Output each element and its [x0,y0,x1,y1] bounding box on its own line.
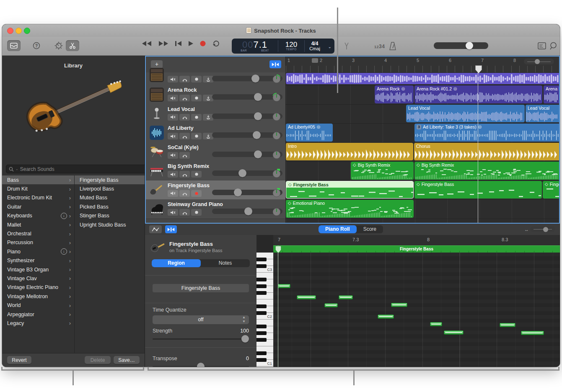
region-arena-rock-01-2[interactable]: Arena Rock #01.2◎ [414,85,542,103]
track-header-socal-kyle[interactable]: SoCal (Kyle) [146,142,285,162]
track-record-button[interactable] [191,133,202,139]
region-big-synth-remix[interactable]: ◇Big Synth Remix [351,162,414,180]
track-volume-knob[interactable] [254,93,262,101]
pan-knob[interactable] [272,130,282,140]
piano-black-key[interactable] [256,351,267,355]
midi-note[interactable] [278,284,290,288]
library-category-keyboards[interactable]: Keyboards ↓ › [2,211,74,220]
pan-knob[interactable] [272,74,282,84]
track-pan[interactable] [272,150,282,160]
track-mute-button[interactable] [168,95,178,101]
track-pan[interactable] [272,74,282,84]
track-header-scrolled-track[interactable] [146,72,285,85]
track-input-button[interactable] [203,114,213,121]
region-fingers[interactable]: ◇Fingers [543,181,559,199]
lcd-display[interactable]: 007.1 BARBEAT 120 TEMPO 4/4 Cmaj ⌄ [232,39,334,54]
region-fingerstyle-bass[interactable]: ◇Fingerstyle Bass [286,181,414,199]
smart-controls-button[interactable] [53,40,64,51]
track-solo-button[interactable] [179,190,190,197]
automation-button[interactable] [149,225,162,233]
fast-forward-button[interactable] [158,41,169,46]
library-patch-picked-bass[interactable]: Picked Bass [75,202,145,211]
track-header-lead-vocal[interactable]: Lead Vocal [146,104,285,124]
library-category-guitar[interactable]: Guitar › [2,202,74,211]
pan-knob[interactable] [272,206,282,217]
revert-button[interactable]: Revert [7,356,31,364]
track-mute-button[interactable] [168,76,178,83]
strength-slider[interactable] [153,338,249,340]
library-category-legacy[interactable]: Legacy › [2,319,74,328]
region-emotional-piano[interactable]: ◇Emotional Piano [286,200,414,218]
tab-piano-roll[interactable]: Piano Roll [319,225,357,233]
metronome-button[interactable] [388,41,397,51]
tab-region[interactable]: Region [152,259,201,267]
track-input-button[interactable] [203,95,213,101]
master-volume-slider[interactable] [434,42,488,49]
track-header-fingerstyle-bass[interactable]: Fingerstyle Bass [146,181,285,200]
region-intro[interactable]: Intro [286,143,413,161]
transpose-slider[interactable] [153,366,249,367]
strength-knob[interactable] [241,335,249,343]
midi-note[interactable] [339,295,353,299]
piano-roll-region-bar[interactable]: Fingerstyle Bass [273,245,560,253]
piano-black-key[interactable] [256,311,267,315]
timeline-ruler[interactable]: 123456789 [286,57,559,73]
library-category-vintage-b3-organ[interactable]: Vintage B3 Organ › [2,265,74,274]
region-fingerstyle-bass[interactable]: ◇Fingerstyle Bass [414,181,542,199]
cycle-region-stub[interactable] [312,58,318,63]
editor-toggle-button[interactable] [66,40,79,51]
lcd-chevron-down-icon[interactable]: ⌄ [328,44,332,49]
track-mute-button[interactable] [168,152,178,159]
track-solo-button[interactable] [179,171,190,178]
library-patch-fingerstyle-bass[interactable]: Fingerstyle Bass [75,175,145,184]
track-solo-button[interactable] [179,209,190,216]
pan-knob[interactable] [272,168,282,178]
track-record-button[interactable] [191,76,202,83]
track-pan[interactable] [272,206,282,217]
midi-note[interactable] [324,303,338,307]
save-button[interactable]: Save… [114,356,140,364]
add-track-button[interactable]: + [151,60,163,68]
track-record-button[interactable] [191,114,202,121]
track-header-big-synth-remix[interactable]: Big Synth Remix [146,161,285,181]
time-quantize-select[interactable]: off▲▼ [153,315,249,324]
track-header-steinway-grand-piano[interactable]: Steinway Grand Piano [146,199,285,219]
midi-note[interactable] [391,303,407,307]
track-pan[interactable] [272,111,282,121]
track-input-button[interactable] [203,133,213,139]
track-volume-knob[interactable] [254,112,262,120]
track-pan[interactable] [272,92,282,102]
region-big-synth-remix[interactable]: ◇Big Synth Remix [414,162,559,180]
track-solo-button[interactable] [179,76,190,83]
piano-black-key[interactable] [256,264,267,268]
help-button[interactable]: ? [31,40,41,51]
library-category-world[interactable]: World › [2,301,74,309]
piano-black-key[interactable] [256,331,267,335]
piano-keyboard[interactable]: C3C2C1 [256,253,274,367]
catch-playhead-button[interactable] [269,60,281,68]
library-category-orchestral[interactable]: Orchestral › [2,229,74,238]
piano-black-key[interactable] [256,325,267,328]
library-category-vintage-mellotron[interactable]: Vintage Mellotron › [2,292,74,301]
track-volume-knob[interactable] [254,150,262,158]
midi-note[interactable] [521,331,544,335]
notepad-button[interactable] [538,42,546,49]
piano-black-key[interactable] [256,338,267,342]
library-category-bass[interactable]: Bass › [2,175,74,184]
tab-notes[interactable]: Notes [201,259,250,267]
library-category-mallet[interactable]: Mallet › [2,220,74,229]
region-audio-region[interactable] [286,73,559,84]
track-header-arena-rock[interactable]: Arena Rock [146,85,285,105]
midi-note[interactable] [444,330,464,335]
library-category-vintage-electric-piano[interactable]: Vintage Electric Piano › [2,283,74,292]
track-mute-button[interactable] [168,114,178,121]
track-record-button[interactable] [191,209,202,216]
track-pan[interactable] [272,168,282,178]
timeline-zoom-slider[interactable] [524,59,554,64]
count-in-button[interactable]: 1234 [374,44,385,49]
region-arena-ro[interactable]: Arena Ro [544,85,559,103]
tuner-button[interactable] [343,42,350,50]
loop-browser-button[interactable] [549,42,557,50]
go-to-beginning-button[interactable] [175,41,182,46]
track-volume-knob[interactable] [253,131,261,139]
